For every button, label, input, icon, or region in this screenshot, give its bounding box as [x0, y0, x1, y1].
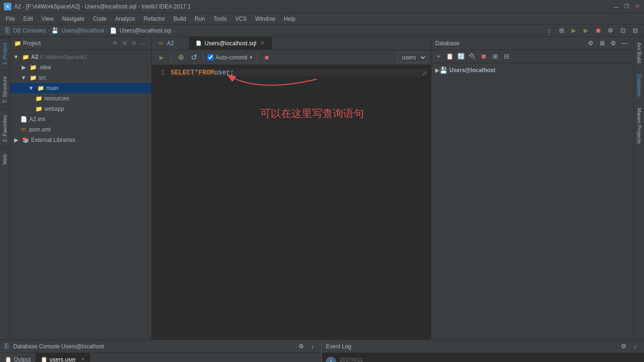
db-settings-icon[interactable]: ⚙	[586, 38, 596, 49]
project-tab[interactable]: 1: Project	[0, 37, 10, 70]
db-gear-icon[interactable]: ⚙	[608, 38, 619, 49]
tree-webapp-label: webapp	[44, 106, 64, 112]
tree-a2iml[interactable]: 📄 A2.iml	[10, 114, 151, 124]
menu-tools[interactable]: Tools	[210, 15, 231, 23]
panel-gear-icon[interactable]: ⚙	[130, 39, 138, 48]
menu-analyze[interactable]: Analyze	[111, 15, 139, 23]
db-users-localhost[interactable]: ▶ 💾 Users@localhost	[431, 65, 634, 75]
db-close-icon[interactable]: —	[619, 38, 630, 49]
center-area: m A2 📄 Users@localhost.sql ✕ ▶ ⊕ ↺ Auto-…	[152, 37, 431, 339]
event-log-panel: Event Log ⚙ ↓ i 2017/4/11 20:49 Maven pr…	[322, 340, 644, 362]
db-add-icon[interactable]: +	[433, 51, 444, 62]
breadcrumb-sql-file[interactable]: Users@localhost.sql	[120, 27, 172, 34]
tree-root-path: F:\AllWorkSpace\A2	[40, 54, 86, 60]
event-log-minimize-icon[interactable]: ↓	[630, 341, 640, 352]
web-tab[interactable]: Web	[0, 148, 10, 170]
autocommit-dropdown-icon[interactable]: ▼	[249, 55, 253, 60]
menu-window[interactable]: Window	[251, 15, 279, 23]
tab-a2[interactable]: m A2	[152, 37, 190, 49]
database-right-tab[interactable]: Database	[635, 69, 644, 102]
close-button[interactable]: ✕	[634, 3, 640, 10]
run-icon[interactable]: ▶	[581, 25, 591, 36]
project-icon: 📁	[14, 40, 21, 47]
sql-run-button[interactable]: ▶	[156, 52, 167, 63]
db-refresh-icon[interactable]: 🔄	[456, 51, 466, 62]
tab-users-sql[interactable]: 📄 Users@localhost.sql ✕	[190, 37, 272, 49]
collapse-icon[interactable]: ⊡	[618, 25, 628, 36]
tree-ext-libs[interactable]: ▶ 📚 External Libraries	[10, 135, 151, 145]
database-panel-title: Database	[435, 40, 459, 47]
panel-close-icon[interactable]: —	[139, 39, 148, 48]
editor-tabs: m A2 📄 Users@localhost.sql ✕	[152, 37, 431, 50]
console-minimize-icon[interactable]: ↓	[307, 341, 318, 352]
db-view-icon[interactable]: ⊟	[501, 51, 512, 62]
tree-pomxml[interactable]: m pom.xml	[10, 124, 151, 135]
breadcrumb-bar: 🗄 DB Consoles › 💾 Users@localhost › 📄 Us…	[0, 25, 644, 37]
breadcrumb-users-localhost[interactable]: Users@localhost	[61, 27, 104, 34]
title-bar: A A2 - [F:\AllWorkSpace\A2] - Users@loca…	[0, 0, 644, 13]
tab-users-sql-label: Users@localhost.sql	[205, 40, 256, 47]
sql-stop-button[interactable]: ⏹	[261, 52, 272, 63]
tree-root[interactable]: ▼ 📁 A2 F:\AllWorkSpace\A2	[10, 52, 151, 62]
panel-expand-icon[interactable]: ⊞	[120, 39, 129, 48]
output-tab-icon: 📋	[5, 356, 12, 362]
run-all-icon[interactable]: ▶	[569, 25, 579, 36]
file-tree: ▼ 📁 A2 F:\AllWorkSpace\A2 ▶ 📁 .idea ▼ 📁 …	[10, 50, 151, 339]
right-database-panel: Database ⚙ ⊞ ⚙ — + 📋 🔄 🔌 ⏹ ⊞ ⊟ ▶ 💾 Users…	[431, 37, 634, 339]
project-panel-header: 📁 Project ⚙ ⊞ ⚙ —	[10, 37, 151, 50]
db-connect-icon[interactable]: 🔌	[467, 51, 478, 62]
event-log-title: Event Log	[326, 343, 351, 350]
sql-commit-icon[interactable]: ⊕	[175, 52, 186, 63]
db-stop-icon[interactable]: ⏹	[479, 51, 489, 62]
navigate-back-icon[interactable]: ↕	[544, 25, 554, 36]
tree-webapp[interactable]: 📁 webapp	[10, 104, 151, 114]
menu-file[interactable]: File	[2, 15, 18, 23]
autocommit-checkbox[interactable]	[207, 54, 214, 60]
expand-icon[interactable]: ⊟	[630, 25, 640, 36]
structure-tab[interactable]: 7: Structure	[0, 70, 10, 109]
db-schema-icon[interactable]: ⊞	[490, 51, 500, 62]
breadcrumb-db-consoles[interactable]: DB Consoles	[13, 27, 46, 34]
menu-refactor[interactable]: Refactor	[140, 15, 169, 23]
menu-view[interactable]: View	[38, 15, 58, 23]
panel-settings-icon[interactable]: ⚙	[111, 39, 119, 48]
maven-projects-tab[interactable]: Maven Projects	[635, 102, 644, 149]
console-tabs: 📋 Output 📋 users.user ✕	[0, 353, 322, 362]
db-copy-icon[interactable]: 📋	[445, 51, 455, 62]
maximize-button[interactable]: ❐	[623, 3, 630, 10]
menu-edit[interactable]: Edit	[19, 15, 37, 23]
menu-run[interactable]: Run	[191, 15, 209, 23]
tree-main[interactable]: ▼ 📁 main	[10, 83, 151, 93]
event-log-settings-icon[interactable]: ⚙	[619, 341, 629, 352]
db-split-icon[interactable]: ⊞	[597, 38, 607, 49]
tree-idea[interactable]: ▶ 📁 .idea	[10, 62, 151, 73]
main-expand-icon: ▼	[27, 84, 35, 92]
tab-close-icon[interactable]: ✕	[259, 40, 266, 47]
menu-code[interactable]: Code	[89, 15, 110, 23]
ant-build-tab[interactable]: Ant Build	[635, 37, 644, 69]
menu-navigate[interactable]: Navigate	[58, 15, 88, 23]
stop-icon[interactable]: ⏹	[593, 25, 603, 36]
navigate-forward-icon[interactable]: ⊞	[556, 25, 567, 36]
log-date-1: 2017/4/11	[340, 357, 363, 362]
users-user-tab-close[interactable]: ✕	[81, 356, 85, 362]
autocommit-label[interactable]: Auto-commit ▼	[207, 54, 253, 61]
sql-line-1[interactable]: SELECT * FROM user;	[171, 69, 427, 76]
tree-resources[interactable]: 📁 resources	[10, 93, 151, 104]
sql-editor[interactable]: 1 SELECT * FROM user; ✓	[152, 65, 431, 339]
users-user-tab[interactable]: 📋 users.user ✕	[36, 353, 90, 362]
menu-vcs[interactable]: VCS	[231, 15, 251, 23]
menu-build[interactable]: Build	[170, 15, 190, 23]
output-tab[interactable]: 📋 Output	[0, 353, 36, 362]
main-folder-icon: 📁	[37, 84, 44, 92]
project-folder-icon: 📁	[22, 53, 29, 61]
favorites-tab[interactable]: 2: Favorites	[0, 109, 10, 148]
db-selector[interactable]: users	[397, 52, 427, 63]
tree-src[interactable]: ▼ 📁 src	[10, 73, 151, 83]
settings-icon[interactable]: ⚙	[605, 25, 616, 36]
menu-help[interactable]: Help	[280, 15, 299, 23]
tree-src-label: src	[39, 74, 46, 81]
minimize-button[interactable]: —	[613, 3, 619, 10]
console-settings-icon[interactable]: ⚙	[296, 341, 306, 352]
sql-rollback-icon[interactable]: ↺	[188, 52, 199, 63]
